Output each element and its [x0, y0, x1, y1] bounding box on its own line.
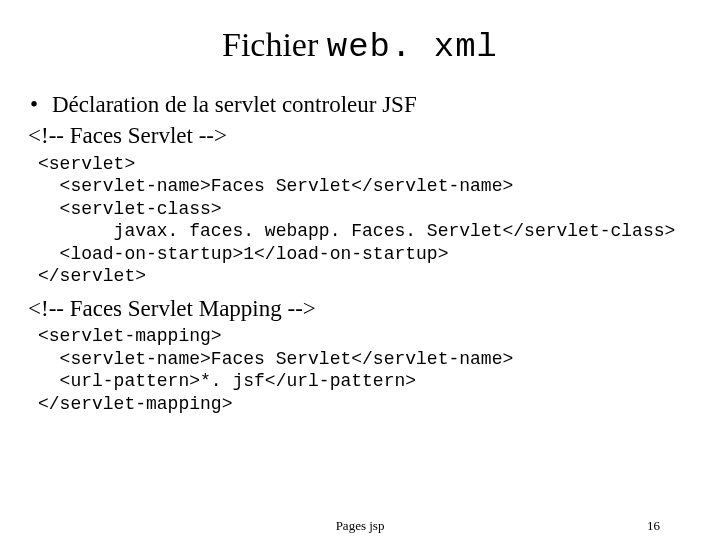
comment-line-1: <!-- Faces Servlet --> [28, 121, 692, 150]
comment-line-2: <!-- Faces Servlet Mapping --> [28, 294, 692, 323]
code-block-1: <servlet> <servlet-name>Faces Servlet</s… [38, 153, 692, 288]
slide-body: • Déclaration de la servlet controleur J… [28, 90, 692, 415]
footer-center-text: Pages jsp [0, 518, 720, 534]
bullet-row: • Déclaration de la servlet controleur J… [28, 90, 692, 119]
title-mono: web. xml [327, 28, 498, 66]
bullet-dot-icon: • [28, 90, 52, 119]
slide: Fichier web. xml • Déclaration de la ser… [0, 0, 720, 540]
title-prefix: Fichier [222, 26, 327, 63]
bullet-text: Déclaration de la servlet controleur JSF [52, 90, 692, 119]
footer-page-number: 16 [647, 518, 660, 534]
slide-title: Fichier web. xml [28, 26, 692, 66]
code-block-2: <servlet-mapping> <servlet-name>Faces Se… [38, 325, 692, 415]
